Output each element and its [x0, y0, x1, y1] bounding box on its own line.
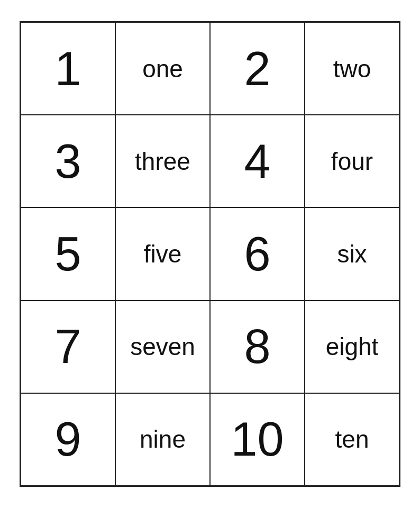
- cell-word-8: eight: [305, 301, 399, 393]
- cell-numeral-8: 8: [210, 301, 305, 393]
- cell-numeral-10: 10: [210, 393, 305, 486]
- cell-numeral-7: 7: [21, 301, 115, 393]
- cell-word-1: one: [115, 22, 210, 115]
- cell-word-3: three: [115, 115, 210, 207]
- cell-numeral-9: 9: [21, 393, 115, 486]
- cell-word-6: six: [305, 207, 399, 300]
- numbers-grid: 1 one 2 two 3 three 4 four 5 five 6 six …: [20, 21, 400, 487]
- cell-numeral-2: 2: [210, 22, 305, 115]
- cell-numeral-5: 5: [21, 207, 115, 300]
- cell-numeral-6: 6: [210, 207, 305, 300]
- cell-numeral-1: 1: [21, 22, 115, 115]
- cell-word-2: two: [305, 22, 399, 115]
- cell-word-7: seven: [115, 301, 210, 393]
- cell-numeral-4: 4: [210, 115, 305, 207]
- cell-numeral-3: 3: [21, 115, 115, 207]
- cell-word-5: five: [115, 207, 210, 300]
- cell-word-9: nine: [115, 393, 210, 486]
- cell-word-10: ten: [305, 393, 399, 486]
- cell-word-4: four: [305, 115, 399, 207]
